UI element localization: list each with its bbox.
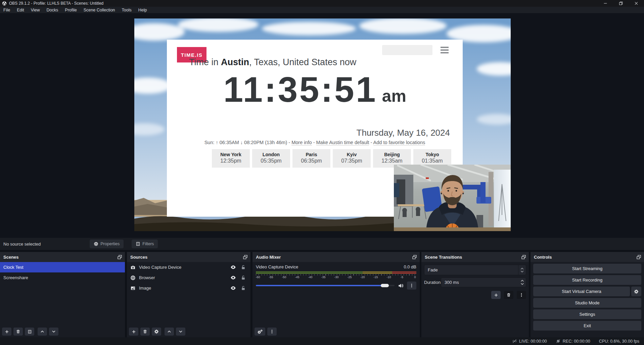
sources-title: Sources	[130, 255, 147, 260]
scene-down-button[interactable]	[49, 328, 58, 336]
source-up-button[interactable]	[165, 328, 174, 336]
speaker-icon[interactable]	[398, 283, 404, 289]
add-scene-button[interactable]	[2, 328, 11, 336]
volume-slider-handle[interactable]	[381, 284, 389, 287]
start-recording-button[interactable]: Start Recording	[533, 275, 641, 285]
source-down-button[interactable]	[176, 328, 185, 336]
gear-icon	[634, 289, 639, 294]
mixer-menu-button[interactable]	[267, 328, 277, 336]
menu-view[interactable]: View	[28, 7, 43, 13]
rec-dot-icon	[556, 339, 561, 344]
popout-icon[interactable]	[117, 255, 122, 260]
gear-icon	[94, 242, 98, 246]
scene-item-screenshare[interactable]: Screenshare	[0, 272, 125, 283]
more-info-link[interactable]: More info	[291, 140, 312, 145]
exit-button[interactable]: Exit	[533, 321, 641, 331]
popout-icon[interactable]	[412, 255, 417, 260]
menu-docks[interactable]: Docks	[43, 7, 62, 13]
city-tile[interactable]: Paris06:35pm	[292, 149, 330, 168]
mixer-options-button[interactable]	[407, 282, 416, 290]
live-signal-icon	[512, 339, 517, 344]
minimize-button[interactable]	[598, 0, 613, 7]
start-streaming-button[interactable]: Start Streaming	[533, 264, 641, 273]
city-tile[interactable]: London05:35pm	[252, 149, 290, 168]
visibility-eye-icon[interactable]	[230, 285, 236, 291]
duration-spinbox[interactable]: 300 ms	[441, 277, 526, 287]
remove-source-button[interactable]	[140, 328, 150, 336]
scene-up-button[interactable]	[38, 328, 47, 336]
menu-tools[interactable]: Tools	[119, 7, 135, 13]
transition-select[interactable]: Fade	[424, 265, 526, 275]
menu-profile[interactable]: Profile	[61, 7, 80, 13]
lock-icon[interactable]	[241, 286, 246, 291]
filters-button[interactable]: Filters	[132, 240, 158, 248]
mixer-level-db: 0.0 dB	[404, 264, 416, 269]
studio-mode-button[interactable]: Studio Mode	[533, 298, 641, 308]
trash-icon	[16, 329, 20, 334]
plus-icon	[5, 330, 9, 334]
obs-logo-icon	[2, 1, 7, 6]
volume-slider[interactable]	[256, 285, 395, 286]
live-status: LIVE: 00:00:00	[512, 339, 547, 344]
titlebar: OBS 29.1.2 - Profile: LLHLS BETA - Scene…	[0, 0, 644, 7]
settings-button[interactable]: Settings	[533, 309, 641, 319]
obs-window: OBS 29.1.2 - Profile: LLHLS BETA - Scene…	[0, 0, 644, 345]
lock-icon[interactable]	[241, 265, 246, 270]
chevron-down-icon	[51, 329, 56, 334]
menu-edit[interactable]: Edit	[13, 7, 28, 13]
city-tile[interactable]: Kyiv07:35pm	[333, 149, 371, 168]
meter-scale: -60-55-50-45-40-35-30-25-20-15-10-50	[255, 275, 418, 279]
chevron-down-icon	[520, 283, 524, 285]
image-icon	[130, 286, 136, 291]
controls-panel: Controls Start Streaming Start Recording…	[531, 252, 644, 337]
source-row-browser[interactable]: Browser	[127, 272, 250, 283]
plus-icon	[494, 293, 498, 297]
spinner-arrows[interactable]	[518, 279, 526, 285]
advanced-audio-button[interactable]	[255, 328, 265, 336]
double-gear-icon	[257, 329, 263, 334]
start-virtual-camera-button[interactable]: Start Virtual Camera	[533, 287, 630, 296]
make-default-link[interactable]: Make Austin time default	[316, 140, 369, 145]
visibility-eye-icon[interactable]	[230, 275, 236, 281]
hamburger-menu-icon[interactable]	[441, 47, 449, 55]
popout-icon[interactable]	[243, 255, 248, 260]
source-row-video-capture[interactable]: Video Capture Device	[127, 262, 250, 272]
sun-times: Sun: ↑ 06:35AM ↓ 08:20PM (13h 46m) -	[204, 140, 292, 145]
source-properties-button[interactable]	[152, 328, 161, 336]
menu-help[interactable]: Help	[135, 7, 150, 13]
scene-filters-button[interactable]	[25, 328, 34, 336]
close-icon	[634, 1, 639, 6]
source-row-image[interactable]: Image	[127, 283, 250, 293]
visibility-eye-icon[interactable]	[230, 264, 236, 270]
popout-icon[interactable]	[636, 255, 641, 260]
restore-button[interactable]	[613, 0, 629, 7]
properties-button[interactable]: Properties	[90, 240, 124, 248]
timeis-title: Time in Austin, Texas, United States now	[189, 57, 356, 68]
menu-file[interactable]: File	[0, 7, 13, 13]
restore-icon	[618, 1, 623, 6]
webcam-video	[394, 165, 511, 231]
lock-icon[interactable]	[241, 275, 246, 280]
clock-ampm: am	[382, 87, 406, 105]
menu-scene-collection[interactable]: Scene Collection	[80, 7, 119, 13]
rec-status: REC: 00:00:00	[556, 339, 590, 344]
scene-transitions-panel: Scene Transitions Fade Duration 300 ms	[421, 252, 529, 337]
close-button[interactable]	[629, 0, 644, 7]
chevron-down-icon	[520, 270, 524, 273]
search-input[interactable]	[382, 45, 432, 55]
program-canvas[interactable]: TIME.IS Time in Austin, Texas, United St…	[134, 18, 511, 231]
scene-item-clock-test[interactable]: Clock Test	[0, 262, 125, 272]
city-tile[interactable]: New York12:35pm	[212, 149, 250, 168]
add-source-button[interactable]	[129, 328, 138, 336]
chevron-down-icon	[178, 329, 183, 334]
popout-icon[interactable]	[521, 255, 526, 260]
kebab-dots-icon	[519, 293, 524, 297]
add-favorite-link[interactable]: Add to favorite locations	[373, 140, 425, 145]
remove-scene-button[interactable]	[13, 328, 23, 336]
virtual-camera-config-button[interactable]	[631, 287, 641, 296]
remove-transition-button[interactable]	[504, 291, 513, 299]
plus-icon	[132, 330, 136, 334]
transition-properties-button[interactable]	[517, 291, 526, 299]
add-transition-button[interactable]	[491, 291, 501, 299]
select-chevrons[interactable]	[518, 265, 526, 275]
